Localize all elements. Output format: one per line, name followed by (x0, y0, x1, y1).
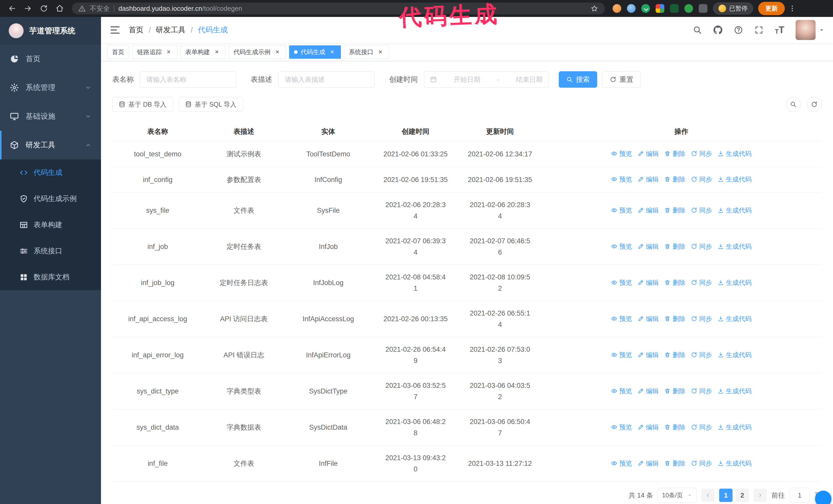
sync-link[interactable]: 同步 (691, 385, 712, 397)
extension-icon[interactable] (684, 4, 693, 13)
sidebar-item-system[interactable]: 系统管理 (0, 73, 101, 102)
delete-link[interactable]: 删除 (664, 241, 685, 252)
extension-icon[interactable] (627, 4, 636, 13)
preview-link[interactable]: 预览 (611, 313, 632, 324)
sync-link[interactable]: 同步 (691, 241, 712, 252)
import-db-button[interactable]: 基于 DB 导入 (112, 97, 173, 112)
create-time-range-picker[interactable]: 开始日期 - 结束日期 (424, 71, 548, 88)
import-sql-button[interactable]: 基于 SQL 导入 (178, 97, 243, 112)
tab-codegen-example[interactable]: 代码生成示例 (229, 45, 286, 59)
preview-link[interactable]: 预览 (611, 349, 632, 360)
edit-link[interactable]: 编辑 (638, 313, 659, 324)
sidebar-item-infra[interactable]: 基础设施 (0, 102, 101, 131)
fullscreen-icon[interactable] (754, 25, 764, 34)
generate-code-link[interactable]: 生成代码 (718, 385, 752, 397)
generate-code-link[interactable]: 生成代码 (718, 458, 752, 469)
sync-link[interactable]: 同步 (691, 458, 712, 469)
generate-code-link[interactable]: 生成代码 (718, 241, 752, 252)
preview-link[interactable]: 预览 (611, 241, 632, 252)
edit-link[interactable]: 编辑 (638, 422, 659, 433)
toggle-search-button[interactable] (786, 97, 801, 112)
table-desc-input[interactable] (278, 71, 375, 88)
delete-link[interactable]: 删除 (664, 313, 685, 324)
reset-button[interactable]: 重置 (602, 71, 641, 88)
sync-link[interactable]: 同步 (691, 148, 712, 159)
edit-link[interactable]: 编辑 (638, 277, 659, 288)
bookmark-star-icon[interactable] (591, 5, 598, 12)
user-menu[interactable] (795, 20, 824, 40)
font-size-icon[interactable] (775, 25, 784, 34)
sidebar-subitem-codegen[interactable]: 代码生成 (0, 160, 101, 186)
delete-link[interactable]: 删除 (664, 349, 685, 360)
generate-code-link[interactable]: 生成代码 (718, 422, 752, 433)
delete-link[interactable]: 删除 (664, 458, 685, 469)
tab-tracer[interactable]: 链路追踪 (132, 45, 177, 59)
sidebar-subitem-db-doc[interactable]: 数据库文档 (0, 264, 101, 290)
close-icon[interactable] (377, 48, 384, 56)
goto-page-input[interactable] (789, 488, 810, 503)
generate-code-link[interactable]: 生成代码 (718, 148, 752, 159)
delete-link[interactable]: 删除 (664, 148, 685, 159)
address-bar[interactable]: 不安全 dashboard.yudao.iocoder.cn/tool/code… (72, 3, 605, 14)
page-size-select[interactable]: 10条/页 (658, 488, 697, 503)
preview-link[interactable]: 预览 (611, 385, 632, 397)
preview-link[interactable]: 预览 (611, 205, 632, 216)
security-label[interactable]: 不安全 (90, 4, 110, 13)
home-button[interactable] (52, 1, 67, 16)
extension-icon[interactable] (656, 4, 664, 13)
search-button[interactable]: 搜索 (559, 71, 597, 88)
preview-link[interactable]: 预览 (611, 422, 632, 433)
close-icon[interactable] (273, 48, 281, 56)
profile-paused-badge[interactable]: 已暂停 (713, 3, 753, 14)
sync-link[interactable]: 同步 (691, 205, 712, 216)
edit-link[interactable]: 编辑 (638, 205, 659, 216)
extension-icon[interactable] (641, 4, 650, 13)
tab-form-builder[interactable]: 表单构建 (181, 45, 225, 59)
refresh-table-button[interactable] (807, 97, 822, 112)
close-icon[interactable] (213, 48, 221, 56)
back-button[interactable] (5, 1, 20, 16)
puzzle-extension-icon[interactable] (699, 4, 708, 13)
edit-link[interactable]: 编辑 (638, 349, 659, 360)
header-search-icon[interactable] (693, 25, 702, 34)
browser-menu-icon[interactable] (788, 5, 796, 12)
generate-code-link[interactable]: 生成代码 (718, 277, 752, 288)
sync-link[interactable]: 同步 (691, 277, 712, 288)
breadcrumb-home[interactable]: 首页 (129, 25, 144, 35)
edit-link[interactable]: 编辑 (638, 385, 659, 397)
help-icon[interactable] (734, 25, 743, 34)
delete-link[interactable]: 删除 (664, 205, 685, 216)
delete-link[interactable]: 删除 (664, 277, 685, 288)
sync-link[interactable]: 同步 (691, 313, 712, 324)
sidebar-item-home[interactable]: 首页 (0, 45, 101, 73)
preview-link[interactable]: 预览 (611, 173, 632, 185)
tab-system-api[interactable]: 系统接口 (344, 45, 389, 59)
delete-link[interactable]: 删除 (664, 385, 685, 397)
table-name-input[interactable] (140, 71, 236, 88)
breadcrumb-devtools[interactable]: 研发工具 (156, 25, 186, 35)
page-button-2[interactable]: 2 (736, 488, 749, 502)
delete-link[interactable]: 删除 (664, 173, 685, 185)
hamburger-icon[interactable] (110, 25, 120, 35)
sync-link[interactable]: 同步 (691, 422, 712, 433)
edit-link[interactable]: 编辑 (638, 458, 659, 469)
generate-code-link[interactable]: 生成代码 (718, 205, 752, 216)
edit-link[interactable]: 编辑 (638, 173, 659, 185)
delete-link[interactable]: 删除 (664, 422, 685, 433)
extension-icon[interactable] (613, 4, 621, 13)
generate-code-link[interactable]: 生成代码 (718, 349, 752, 360)
edit-link[interactable]: 编辑 (638, 241, 659, 252)
preview-link[interactable]: 预览 (611, 148, 632, 159)
preview-link[interactable]: 预览 (611, 277, 632, 288)
close-icon[interactable] (165, 48, 172, 56)
page-button-1[interactable]: 1 (719, 488, 733, 502)
reload-button[interactable] (37, 1, 51, 16)
next-page-button[interactable] (754, 488, 767, 502)
tab-home[interactable]: 首页 (107, 45, 129, 59)
update-button[interactable]: 更新 (758, 2, 785, 15)
generate-code-link[interactable]: 生成代码 (718, 313, 752, 324)
tab-codegen[interactable]: 代码生成 (289, 45, 341, 59)
close-icon[interactable] (328, 48, 336, 56)
sidebar-subitem-form-builder[interactable]: 表单构建 (0, 212, 101, 238)
prev-page-button[interactable] (701, 488, 715, 502)
